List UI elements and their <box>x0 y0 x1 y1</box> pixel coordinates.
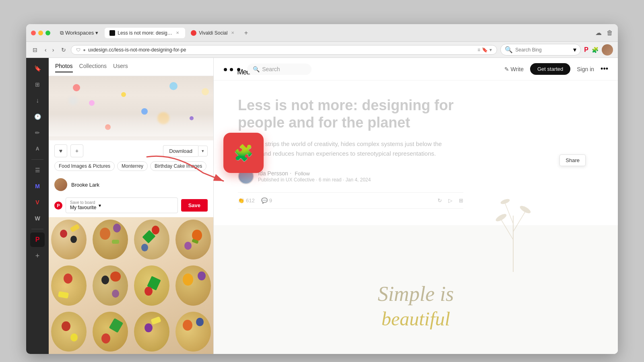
tab1-close[interactable]: ✕ <box>175 30 181 36</box>
article-date: Jan 4, 2024 <box>345 177 371 183</box>
maximize-button[interactable] <box>45 31 50 35</box>
tag-birthday-cake[interactable]: Birthday Cake Images <box>150 161 206 171</box>
vivaldi-icon: V <box>35 199 39 206</box>
tart-8 <box>175 265 211 305</box>
tart-10 <box>93 312 128 352</box>
sidebar-item-wikipedia[interactable]: W <box>30 211 45 226</box>
medium-logo-dot2 <box>230 68 233 71</box>
sidebar-item-add-panel[interactable]: + <box>30 249 45 263</box>
minimize-button[interactable] <box>38 31 43 35</box>
publication-label: Published in UX Collective <box>258 177 315 183</box>
search-dropdown-icon[interactable]: ▾ <box>573 46 576 53</box>
tart-9 <box>51 312 87 352</box>
back-button[interactable]: ‹ <box>42 45 49 55</box>
play-icon: ▷ <box>448 197 452 204</box>
medium-logo-text: Medium <box>237 68 240 71</box>
lock-icon: ● <box>83 47 86 52</box>
bookmark-article-button[interactable]: ⊞ <box>459 197 463 204</box>
save-to-label: Save to board <box>70 200 96 205</box>
download-button[interactable]: Download <box>163 145 198 157</box>
tab-unsplash[interactable]: Less is not more: designin ✕ <box>105 28 185 38</box>
unsplash-main-image-area <box>49 76 213 140</box>
nav-photos[interactable]: Photos <box>55 63 73 72</box>
extensions-icon[interactable]: 🧩 <box>592 47 599 53</box>
history-icon: 🕐 <box>34 113 41 120</box>
tab-vivaldi-social[interactable]: Vivaldi Social ✕ <box>186 28 240 38</box>
nav-users[interactable]: Users <box>113 63 128 72</box>
sidebar-item-pinterest[interactable]: P <box>30 232 45 247</box>
downloads-icon: ↓ <box>36 97 39 104</box>
reader-mode-icon[interactable]: ≡ <box>477 47 480 53</box>
search-placeholder: Search <box>262 66 280 72</box>
medium-get-started-button[interactable]: Get started <box>530 63 570 75</box>
sidebar-toggle-button[interactable]: ⊟ <box>31 45 39 55</box>
sidebar-item-downloads[interactable]: ↓ <box>30 93 45 108</box>
repost-button[interactable]: ↻ <box>438 197 442 204</box>
cake-image-decoration <box>49 76 214 140</box>
bookmarks-icon: 🔖 <box>34 65 41 72</box>
bookmark-dropdown-icon[interactable]: ▾ <box>489 47 492 53</box>
bookmark-icon[interactable]: 🔖 <box>482 47 488 53</box>
author-info: Ida Persson · Follow Published in UX Col… <box>258 170 371 183</box>
nav-collections[interactable]: Collections <box>79 63 107 72</box>
play-button[interactable]: ▷ <box>448 197 452 204</box>
pinterest-extension-popup[interactable]: 🧩 <box>223 133 264 173</box>
pinterest-icon: P <box>35 236 40 243</box>
medium-signin-button[interactable]: Sign in <box>577 66 594 72</box>
sidebar-item-panels[interactable]: ⊞ <box>30 77 45 92</box>
workspaces-button[interactable]: ⧉ Workspaces ▾ <box>57 28 101 38</box>
search-icon: 🔍 <box>253 66 260 72</box>
tag-food[interactable]: Food Images & Pictures <box>54 161 115 171</box>
medium-menu-button[interactable]: ••• <box>601 65 608 73</box>
download-dropdown-button[interactable]: ▾ <box>198 146 208 156</box>
search-input[interactable] <box>515 47 571 53</box>
sidebar-item-mastodon[interactable]: M <box>30 179 45 193</box>
save-to-board-dropdown[interactable]: Save to board My favourite ▾ <box>66 197 178 213</box>
nav-arrows: ‹ › <box>42 45 56 55</box>
sidebar-item-history[interactable]: 🕐 <box>30 109 45 124</box>
address-bar[interactable]: 🛡 ● uxdesign.cc/less-is-not-more-designi… <box>71 45 497 55</box>
like-button[interactable]: ♥ <box>54 144 67 157</box>
save-to-pinterest-button[interactable]: Save <box>181 199 208 212</box>
puzzle-icon: 🧩 <box>233 144 254 162</box>
comment-count: 9 <box>269 197 272 204</box>
pinterest-browser-icon[interactable]: P <box>584 46 588 53</box>
unsplash-favicon <box>109 30 115 36</box>
user-avatar[interactable] <box>602 44 613 56</box>
new-tab-button[interactable]: + <box>241 28 251 38</box>
unsplash-main-image <box>49 76 214 140</box>
share-popup[interactable]: Share <box>559 154 586 166</box>
add-panel-icon: + <box>35 252 40 260</box>
sidebar-item-mail[interactable]: ☰ <box>30 163 45 177</box>
close-button[interactable] <box>31 31 36 35</box>
medium-search-bar[interactable]: 🔍 Search <box>247 64 312 75</box>
follow-button[interactable]: Follow <box>295 171 310 177</box>
sidebar-item-vivaldi[interactable]: V <box>30 195 45 210</box>
sidebar-item-reader[interactable]: A <box>30 142 45 156</box>
sidebar-item-bookmarks[interactable]: 🔖 <box>30 61 45 76</box>
tag-monterrey[interactable]: Monterrey <box>117 161 148 171</box>
clap-button[interactable]: 👏 612 <box>238 197 255 204</box>
tart-12 <box>175 312 211 352</box>
unsplash-header: Photos Collections Users <box>49 58 213 76</box>
chevron-down-icon: ▾ <box>202 148 204 153</box>
refresh-button[interactable]: ↻ <box>60 45 68 55</box>
article-image-section: Simple is beautiful <box>214 225 618 354</box>
comment-button[interactable]: 💬 9 <box>261 197 272 204</box>
sidebar-item-notes[interactable]: ✏ <box>30 125 45 140</box>
unsplash-nav: Photos Collections Users <box>55 63 207 72</box>
url-text: uxdesign.cc/less-is-not-more-designing-f… <box>88 47 475 53</box>
search-bar[interactable]: 🔍 ▾ <box>500 44 581 56</box>
tab2-close[interactable]: ✕ <box>230 30 235 36</box>
svg-line-1 <box>501 220 513 240</box>
clap-count: 612 <box>246 197 255 204</box>
collect-button[interactable]: + <box>70 144 83 157</box>
unsplash-author: Brooke Lark <box>49 175 213 194</box>
layers-icon: ⧉ <box>60 30 64 36</box>
medium-write-button[interactable]: ✎ Write <box>504 66 524 72</box>
pinterest-overlay: P Save to board My favourite ▾ Save <box>49 194 213 217</box>
article-meta: Published in UX Collective · 6 min read … <box>258 177 371 183</box>
tab2-title: Vivaldi Social <box>199 30 227 36</box>
forward-button[interactable]: › <box>50 45 57 55</box>
tart-11 <box>134 312 169 352</box>
